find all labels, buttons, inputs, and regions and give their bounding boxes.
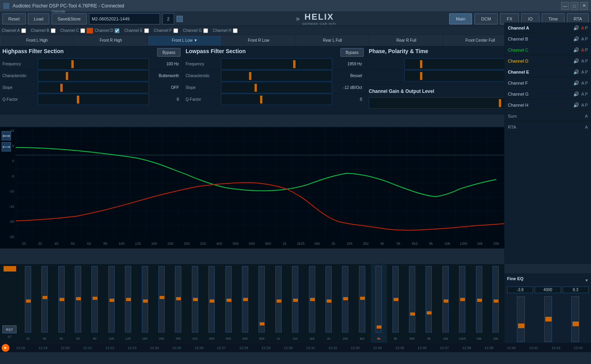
save-store-button[interactable]: Save&Store [52, 13, 87, 24]
eq-band-track-800[interactable] [258, 266, 265, 333]
eq-band-40[interactable]: 40 [36, 264, 53, 343]
eq-band-knob-1k2[interactable] [293, 299, 298, 302]
ch-list-g-letter-p[interactable]: P [585, 92, 588, 96]
lp-frequency-slider[interactable] [221, 58, 332, 70]
hp-slope-slider[interactable] [38, 82, 149, 93]
ch-list-a-speaker-icon[interactable]: 🔊 [573, 25, 579, 31]
ch-list-g-letter-a[interactable]: A [581, 92, 584, 96]
eq-band-4k[interactable]: 4k [371, 264, 387, 343]
eq-band-100[interactable]: 100 [103, 264, 120, 343]
eq-band-knob-5k[interactable] [394, 298, 398, 301]
eq-band-2k5[interactable]: 2k5 [337, 264, 354, 343]
eq-band-track-4k[interactable] [375, 266, 382, 333]
eq-band-knob-10k[interactable] [444, 299, 448, 303]
eq-band-track-125[interactable] [125, 266, 131, 333]
eq-band-10k[interactable]: 10k [437, 264, 454, 343]
ch-e-checkbox[interactable] [144, 28, 149, 33]
lp-qfactor-slider[interactable] [221, 94, 332, 105]
eq-band-track-250[interactable] [175, 266, 181, 333]
ch-c-checkbox[interactable] [80, 28, 85, 33]
lp-slope-thumb[interactable] [255, 84, 257, 92]
fine-eq-db-value[interactable]: -3.8 [507, 286, 533, 293]
ch-b-checkbox[interactable] [51, 28, 56, 33]
ch-name-e[interactable]: Rear L Full [296, 35, 370, 46]
eq-band-160[interactable]: 160 [137, 264, 153, 343]
lp-slope-slider[interactable] [221, 82, 332, 93]
eq-band-knob-315[interactable] [193, 298, 198, 301]
fine-eq-q-knob[interactable] [572, 322, 579, 326]
maximize-button[interactable]: □ [571, 2, 578, 10]
nav-main-button[interactable]: Main [449, 13, 472, 24]
ch-list-e-letter-p[interactable]: P [585, 70, 588, 74]
ch-list-b-speaker-icon[interactable]: 🔊 [573, 36, 579, 42]
load-button[interactable]: Load [28, 13, 49, 24]
window-controls[interactable]: — □ ✕ [561, 2, 588, 10]
eq-band-knob-2k[interactable] [327, 299, 331, 303]
ch-list-c-letter-p[interactable]: P [585, 48, 588, 52]
ch-list-e-letter-a[interactable]: A [581, 70, 584, 74]
ch-name-f[interactable]: Rear R Full [370, 35, 444, 46]
ch-g-checkbox[interactable] [203, 28, 208, 33]
ch-name-c[interactable]: Front L Low ▼ [148, 35, 222, 46]
eq-band-20k[interactable]: 20k [487, 264, 504, 343]
eq-band-knob-1k[interactable] [277, 299, 281, 303]
lp-bypass-button[interactable]: Bypass [340, 48, 364, 57]
eq-band-knob-800[interactable] [260, 322, 264, 325]
ch-f-checkbox[interactable] [173, 28, 178, 33]
ch-list-a-letter-a[interactable]: A [581, 26, 584, 30]
eq-band-knob-2k5[interactable] [343, 297, 348, 300]
eq-band-knob-100[interactable] [110, 299, 114, 302]
fine-eq-q-value[interactable]: 8.3 [563, 286, 589, 293]
ch-a-checkbox[interactable] [21, 28, 26, 33]
eq-band-track-1k6[interactable] [309, 266, 315, 333]
lp-qfactor-thumb[interactable] [260, 96, 262, 103]
eq-band-track-20k[interactable] [492, 266, 499, 333]
eq-band-5k9[interactable]: 5k9 [404, 264, 420, 343]
eq-band-track-100[interactable] [108, 266, 115, 333]
ch-name-d[interactable]: Front R Low [222, 35, 296, 46]
ch-list-f-speaker-icon[interactable]: 🔊 [573, 80, 579, 86]
ch-list-e-speaker-icon[interactable]: 🔊 [573, 69, 579, 75]
eq-band-12k5[interactable]: 12k5 [454, 264, 471, 343]
minimize-button[interactable]: — [561, 2, 569, 10]
eq-band-track-500[interactable] [225, 266, 232, 333]
eq-band-5k[interactable]: 5k [387, 264, 404, 343]
eq-band-track-1k[interactable] [275, 266, 282, 333]
hp-qfactor-slider[interactable] [38, 94, 149, 105]
lp-frequency-thumb[interactable] [293, 60, 296, 68]
ch-h-checkbox[interactable] [233, 28, 238, 33]
ch-list-c-speaker-icon[interactable]: 🔊 [573, 47, 579, 53]
ch-list-b-letter-a[interactable]: A [581, 37, 584, 41]
eq-band-track-50[interactable] [58, 266, 65, 333]
hp-slope-thumb[interactable] [60, 84, 63, 92]
eq-band-track-80[interactable] [91, 266, 98, 333]
eq-band-track-160[interactable] [142, 266, 148, 333]
eq-band-track-32[interactable] [25, 266, 31, 333]
fine-eq-db-knob[interactable] [518, 323, 524, 328]
timeline-play-indicator[interactable]: ▶ [2, 344, 9, 352]
eq-band-track-5k9[interactable] [409, 266, 415, 333]
eq-band-knob-160[interactable] [143, 299, 148, 303]
eq-band-250[interactable]: 250 [170, 264, 187, 343]
eq-band-500[interactable]: 500 [220, 264, 237, 343]
eq-band-1k2[interactable]: 1k2 [287, 264, 304, 343]
eq-band-knob-1k6[interactable] [310, 298, 315, 301]
ch-list-g-speaker-icon[interactable]: 🔊 [573, 91, 579, 97]
hp-characteristic-thumb[interactable] [66, 72, 68, 80]
ch-list-f-letter-p[interactable]: P [585, 81, 588, 85]
eq-band-knob-12k5[interactable] [460, 298, 465, 301]
ch-d-checkbox[interactable] [115, 28, 119, 33]
eq-band-8k[interactable]: 8k [421, 264, 437, 343]
fine-eq-dropdown-icon[interactable]: ▼ [585, 278, 589, 283]
eq-band-knob-80[interactable] [93, 297, 97, 300]
eq-band-track-12k5[interactable] [459, 266, 465, 333]
eq-band-315[interactable]: 315 [187, 264, 203, 343]
lp-characteristic-slider[interactable] [221, 70, 332, 81]
eq-band-track-10k[interactable] [442, 266, 449, 333]
eq-band-track-63[interactable] [75, 266, 81, 333]
eq-band-3k2[interactable]: 3k2 [354, 264, 370, 343]
preset-number-input[interactable] [162, 13, 174, 24]
eq-band-knob-16k[interactable] [477, 299, 482, 302]
hp-characteristic-slider[interactable] [38, 70, 149, 81]
eq-band-track-630[interactable] [242, 266, 248, 333]
